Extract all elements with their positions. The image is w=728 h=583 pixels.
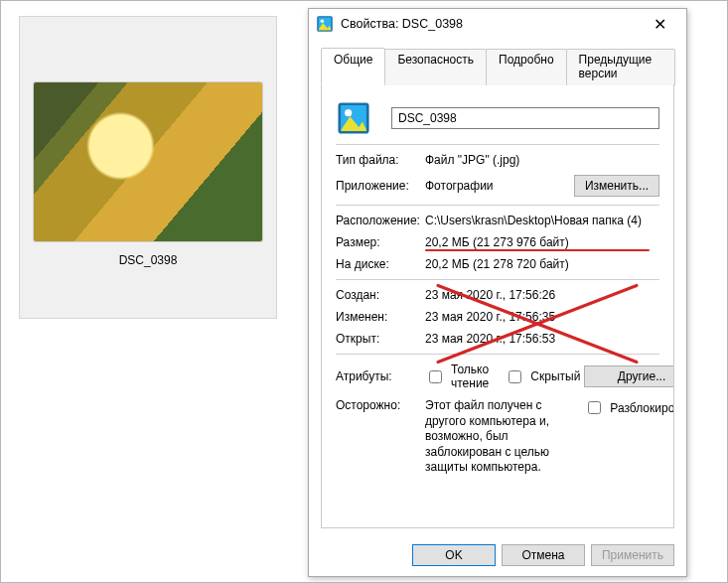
file-type-icon bbox=[336, 100, 371, 136]
value-accessed: 23 мая 2020 г., 17:56:53 bbox=[425, 332, 659, 346]
label-size-on-disk: На диске: bbox=[336, 257, 421, 271]
label-caution: Осторожно: bbox=[336, 398, 421, 412]
close-icon: ✕ bbox=[654, 15, 666, 34]
tab-previous[interactable]: Предыдущие версии bbox=[566, 49, 675, 85]
properties-dialog: Свойства: DSC_0398 ✕ Общие Безопасность … bbox=[308, 8, 687, 577]
readonly-checkbox[interactable] bbox=[429, 370, 442, 383]
label-type: Тип файла: bbox=[336, 153, 421, 167]
hidden-checkbox[interactable] bbox=[509, 370, 521, 383]
svg-point-5 bbox=[345, 109, 352, 116]
tab-panel-general: Тип файла: Файл "JPG" (.jpg) Приложение:… bbox=[321, 84, 674, 528]
value-type: Файл "JPG" (.jpg) bbox=[425, 153, 570, 167]
separator bbox=[336, 279, 659, 280]
unblock-checkbox-label[interactable]: Разблокировать bbox=[584, 398, 674, 417]
apply-button[interactable]: Применить bbox=[591, 544, 674, 566]
hidden-text: Скрытый bbox=[530, 369, 580, 383]
thumbnail-caption[interactable]: DSC_0398 bbox=[20, 253, 276, 267]
label-modified: Изменен: bbox=[336, 310, 421, 324]
label-location: Расположение: bbox=[336, 214, 421, 227]
label-app: Приложение: bbox=[336, 179, 421, 193]
separator bbox=[336, 354, 659, 355]
label-accessed: Открыт: bbox=[336, 332, 421, 346]
dialog-footer: OK Отмена Применить bbox=[309, 538, 686, 576]
cancel-button[interactable]: Отмена bbox=[502, 544, 585, 566]
value-size-on-disk: 20,2 МБ (21 278 720 байт) bbox=[425, 257, 659, 271]
dialog-title: Свойства: DSC_0398 bbox=[341, 17, 631, 31]
change-app-button[interactable]: Изменить... bbox=[574, 175, 659, 197]
titlebar[interactable]: Свойства: DSC_0398 ✕ bbox=[309, 9, 686, 39]
tab-details[interactable]: Подробно bbox=[486, 49, 567, 85]
close-button[interactable]: ✕ bbox=[639, 9, 680, 39]
value-size: 20,2 МБ (21 273 976 байт) bbox=[425, 235, 659, 249]
value-app: Фотографии bbox=[425, 179, 570, 193]
unblock-text: Разблокировать bbox=[610, 401, 674, 415]
thumbnail-panel: DSC_0398 bbox=[19, 16, 277, 319]
svg-point-1 bbox=[321, 20, 325, 24]
value-size-text: 20,2 МБ (21 273 976 байт) bbox=[425, 235, 569, 249]
hidden-checkbox-label[interactable]: Скрытый bbox=[505, 363, 580, 390]
label-size: Размер: bbox=[336, 235, 421, 249]
unblock-checkbox[interactable] bbox=[588, 401, 601, 414]
annotation-underline-icon bbox=[425, 249, 650, 251]
label-created: Создан: bbox=[336, 288, 421, 302]
attributes-row: Только чтение Скрытый bbox=[425, 363, 580, 390]
tabs: Общие Безопасность Подробно Предыдущие в… bbox=[321, 47, 674, 84]
filename-input[interactable] bbox=[391, 107, 659, 129]
tab-security[interactable]: Безопасность bbox=[384, 49, 487, 85]
thumbnail-image[interactable] bbox=[34, 82, 262, 241]
tab-general[interactable]: Общие bbox=[321, 48, 385, 84]
image-file-icon bbox=[317, 16, 333, 32]
value-caution: Этот файл получен с другого компьютера и… bbox=[425, 398, 580, 476]
readonly-text: Только чтение bbox=[451, 363, 489, 390]
separator bbox=[336, 144, 659, 145]
ok-button[interactable]: OK bbox=[412, 544, 496, 566]
separator bbox=[336, 205, 659, 206]
readonly-checkbox-label[interactable]: Только чтение bbox=[425, 363, 489, 390]
label-attributes: Атрибуты: bbox=[336, 369, 421, 383]
other-attributes-button[interactable]: Другие... bbox=[584, 365, 674, 387]
value-created: 23 мая 2020 г., 17:56:26 bbox=[425, 288, 659, 302]
value-location: C:\Users\krasn\Desktop\Новая папка (4) bbox=[425, 214, 659, 227]
value-modified: 23 мая 2020 г., 17:56:35 bbox=[425, 310, 659, 324]
